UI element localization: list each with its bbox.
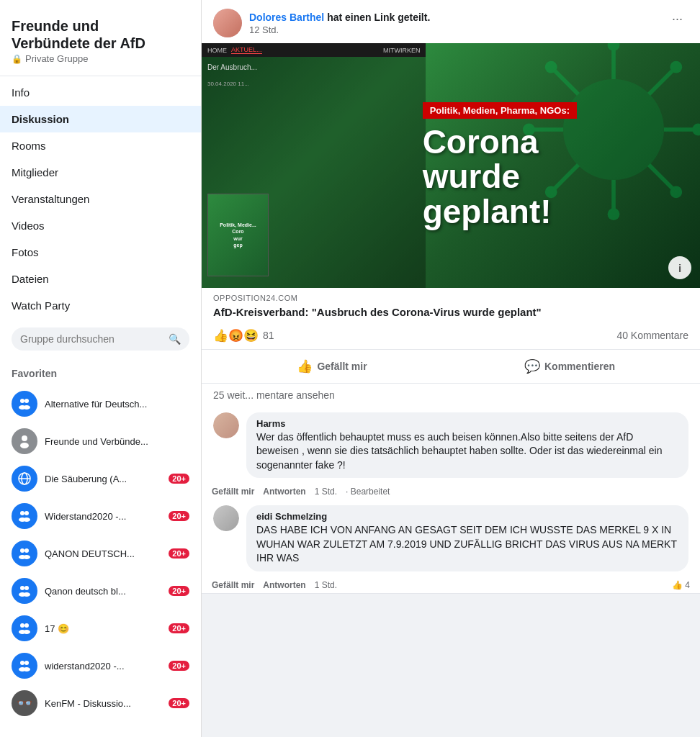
- reaction-counts[interactable]: 👍 😡 😆 81: [213, 328, 274, 343]
- comment-time: 1 Std.: [315, 487, 337, 497]
- comment-item: eidi Schmelzing DAS HABE ICH VON ANFANG …: [202, 499, 700, 577]
- link-source: OPPOSITION24.COM: [213, 294, 688, 302]
- comments-count[interactable]: 40 Kommentare: [616, 330, 688, 341]
- sidebar: Freunde undVerbündete der AfD 🔒 Private …: [0, 0, 202, 737]
- reaction-total: 81: [263, 330, 274, 341]
- favorites-header: Favoriten: [0, 359, 201, 385]
- avatar: [213, 9, 242, 37]
- link-preview: OPPOSITION24.COM AfD-Kreisverband: "Ausb…: [202, 288, 700, 322]
- list-item[interactable]: Die Säuberung (A... 20+: [0, 460, 201, 497]
- search-input[interactable]: [20, 333, 163, 345]
- favorite-badge: 20+: [169, 661, 189, 671]
- lock-icon: 🔒: [12, 54, 22, 64]
- headline-text: Corona wurde geplant!: [423, 125, 552, 229]
- svg-point-24: [23, 630, 30, 634]
- mini-book: Politik, Medie...Corowurgep: [207, 194, 269, 276]
- sidebar-item-veranstaltungen[interactable]: Veranstaltungen: [0, 186, 201, 212]
- favorite-badge: 20+: [169, 511, 189, 521]
- sidebar-item-dateien[interactable]: Dateien: [0, 266, 201, 292]
- favorite-person-icon: [12, 428, 37, 454]
- like-icon: 👍: [297, 358, 313, 374]
- svg-point-10: [24, 511, 29, 515]
- action-text: hat einen Link geteilt.: [327, 12, 430, 23]
- favorite-group-icon: [12, 578, 37, 604]
- favorite-globe-icon: [12, 466, 37, 492]
- comment-meta: Gefällt mir Antworten 1 Std. 👍 4: [202, 577, 700, 593]
- svg-point-21: [20, 623, 24, 628]
- post-time: 12 Std.: [249, 24, 430, 35]
- list-item[interactable]: 👓 KenFM - Diskussio... 20+: [0, 684, 201, 722]
- favorite-badge: 20+: [169, 698, 189, 708]
- more-options-button[interactable]: ···: [666, 9, 688, 30]
- comment-reply-action[interactable]: Antworten: [263, 580, 305, 590]
- sidebar-item-fotos[interactable]: Fotos: [0, 239, 201, 266]
- comment-edited: · Bearbeitet: [346, 487, 390, 497]
- list-item[interactable]: QANON DEUTSCH... 20+: [0, 535, 201, 572]
- post-actions: 👍 Gefällt mir 💬 Kommentieren: [202, 350, 700, 384]
- list-item[interactable]: widerstand2020 -... 20+: [0, 647, 201, 684]
- svg-point-9: [20, 511, 24, 515]
- list-item[interactable]: Alternative für Deutsch...: [0, 385, 201, 422]
- group-title: Freunde undVerbündete der AfD: [0, 12, 201, 53]
- svg-point-16: [23, 555, 30, 559]
- list-item[interactable]: Qanon deutsch bl... 20+: [0, 572, 201, 610]
- post-main-headline: Politik, Medien, Pharma, NGOs: Corona wu…: [411, 43, 700, 288]
- favorite-group-icon: 👓: [12, 690, 37, 716]
- svg-point-26: [24, 661, 29, 665]
- comment-time: 1 Std.: [315, 580, 337, 590]
- sidebar-item-rooms[interactable]: Rooms: [0, 132, 201, 159]
- mini-date: 30.04.2020 11...: [202, 76, 255, 89]
- main-content: Dolores Barthel hat einen Link geteilt. …: [202, 0, 700, 737]
- sidebar-item-diskussion[interactable]: Diskussion: [0, 106, 201, 132]
- sidebar-item-mitglieder[interactable]: Mitglieder: [0, 159, 201, 186]
- comment-author[interactable]: eidi Schmelzing: [256, 511, 678, 522]
- mini-nav-header: HOME AKTUEL... MITWIRKEN: [202, 43, 426, 57]
- comment-meta: Gefällt mir Antworten 1 Std. · Bearbeite…: [202, 484, 700, 499]
- red-banner-text: Politik, Medien, Pharma, NGOs:: [423, 102, 577, 119]
- favorite-label: Freunde und Verbünde...: [45, 436, 189, 447]
- group-search[interactable]: 🔍: [12, 327, 189, 351]
- comment-author[interactable]: Harms: [256, 418, 678, 429]
- like-button[interactable]: 👍 Gefällt mir: [213, 353, 451, 380]
- info-circle-button[interactable]: i: [668, 256, 691, 279]
- angry-reaction: 😡: [228, 328, 243, 343]
- comment-avatar: [213, 505, 239, 531]
- view-more-comments[interactable]: 25 weit... mentare ansehen: [202, 384, 700, 407]
- comment-like-count: 👍 4: [672, 580, 690, 590]
- sidebar-item-watchparty[interactable]: Watch Party: [0, 292, 201, 319]
- mini-title: Der Ausbruch...: [202, 57, 263, 76]
- favorite-badge: 20+: [169, 623, 189, 633]
- post-header: Dolores Barthel hat einen Link geteilt. …: [202, 0, 700, 43]
- list-item[interactable]: Widerstand2020 -... 20+: [0, 497, 201, 535]
- favorite-badge: 20+: [169, 586, 189, 596]
- comment-like-action[interactable]: Gefällt mir: [212, 487, 254, 497]
- commenter-avatar-circle: [213, 412, 239, 438]
- favorite-group-icon: [12, 391, 37, 417]
- sidebar-item-info[interactable]: Info: [0, 79, 201, 106]
- sidebar-item-videos[interactable]: Videos: [0, 212, 201, 239]
- favorite-label: Widerstand2020 -...: [45, 511, 161, 522]
- favorite-group-icon: [12, 653, 37, 679]
- comment-item: Harms Wer das öffentlich behauptet muss …: [202, 407, 700, 484]
- favorite-label: 17 😊: [45, 623, 161, 634]
- author-name[interactable]: Dolores Barthel: [249, 12, 324, 23]
- post-author-line: Dolores Barthel hat einen Link geteilt.: [249, 12, 430, 23]
- comment-wrapper: eidi Schmelzing DAS HABE ICH VON ANFANG …: [202, 499, 700, 593]
- haha-reaction: 😆: [243, 328, 259, 343]
- comment-button[interactable]: 💬 Kommentieren: [451, 353, 688, 380]
- svg-point-1: [24, 399, 29, 403]
- list-item[interactable]: 17 😊 20+: [0, 610, 201, 647]
- post-meta: Dolores Barthel hat einen Link geteilt. …: [249, 12, 430, 35]
- sidebar-nav: Info Diskussion Rooms Mitglieder Veranst…: [0, 79, 201, 319]
- comment-bubble: Harms Wer das öffentlich behauptet muss …: [246, 412, 688, 479]
- comment-like-action[interactable]: Gefällt mir: [212, 580, 254, 590]
- comment-avatar: [213, 412, 239, 438]
- commenter-avatar-circle: [213, 505, 239, 531]
- post-reactions: 👍 😡 😆 81 40 Kommentare: [202, 322, 700, 350]
- favorite-group-icon: [12, 615, 37, 641]
- list-item[interactable]: Freunde und Verbünde...: [0, 422, 201, 460]
- favorite-badge: 20+: [169, 474, 189, 484]
- post-card: Dolores Barthel hat einen Link geteilt. …: [202, 0, 700, 594]
- comment-wrapper: Harms Wer das öffentlich behauptet muss …: [202, 407, 700, 500]
- comment-reply-action[interactable]: Antworten: [263, 487, 305, 497]
